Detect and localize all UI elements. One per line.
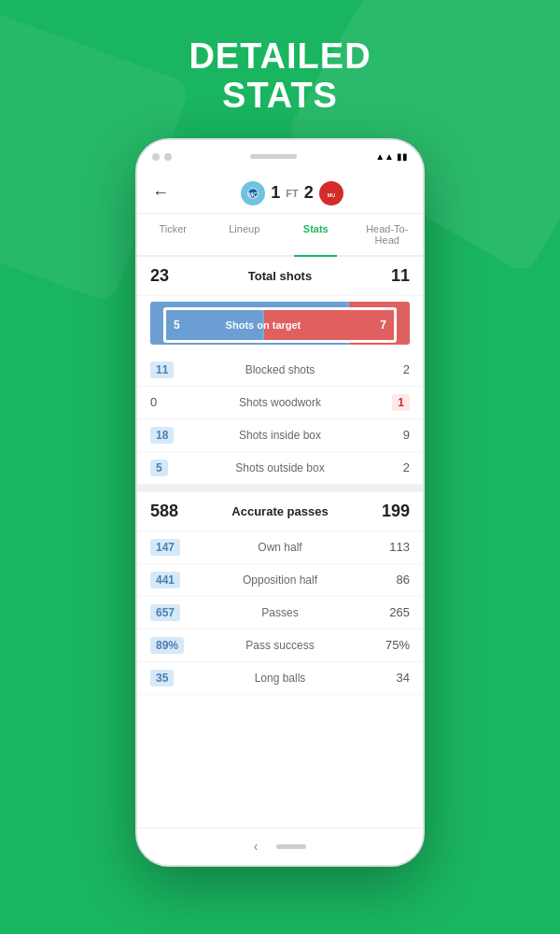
shots-inside-box-label: Shots inside box <box>197 429 363 442</box>
shots-inside-box-home: 18 <box>150 427 197 444</box>
pass-success-row: 89% Pass success 75% <box>137 630 423 662</box>
page-title: DETAILED STATS <box>189 37 371 116</box>
total-shots-away: 11 <box>354 266 410 286</box>
team-away-badge: MU <box>319 181 343 205</box>
own-half-label: Own half <box>197 541 363 554</box>
opposition-half-away: 86 <box>363 573 410 587</box>
phone-status: ▲▲ ▮▮ <box>375 151 408 162</box>
tabs-bar: Ticker Lineup Stats Head-To-Head <box>137 214 423 257</box>
shots-outside-box-row: 5 Shots outside box 2 <box>137 452 423 485</box>
total-shots-label: Total shots <box>206 269 354 283</box>
shots-woodwork-row: 0 Shots woodwork 1 <box>137 387 423 419</box>
nav-home-indicator <box>276 844 306 849</box>
blocked-shots-label: Blocked shots <box>197 363 363 376</box>
shots-inside-box-away: 9 <box>363 428 410 442</box>
blocked-shots-row: 11 Blocked shots 2 <box>137 354 423 387</box>
tab-stats[interactable]: Stats <box>280 214 352 255</box>
accurate-passes-label: Accurate passes <box>206 504 354 518</box>
own-half-row: 147 Own half 113 <box>137 531 423 564</box>
score-status: FT <box>286 188 298 199</box>
svg-text:MC: MC <box>248 191 258 197</box>
accurate-passes-home: 588 <box>150 502 206 521</box>
shots-woodwork-away: 1 <box>363 394 410 411</box>
phone-mockup: ▲▲ ▮▮ ← MC 1 FT 2 MU Ticker Lineup Stats… <box>135 138 425 867</box>
shots-outside-box-away: 2 <box>363 460 410 474</box>
shots-outside-box-label: Shots outside box <box>197 461 363 474</box>
shots-woodwork-home: 0 <box>150 395 197 409</box>
svg-text:MU: MU <box>328 191 335 197</box>
blocked-shots-home: 11 <box>150 361 197 378</box>
nav-back[interactable]: ‹ <box>254 839 259 854</box>
pass-success-label: Pass success <box>197 639 363 652</box>
passes-away: 265 <box>363 605 410 619</box>
blocked-shots-away: 2 <box>363 362 410 376</box>
phone-top-bar: ▲▲ ▮▮ <box>137 140 423 174</box>
opposition-half-label: Opposition half <box>197 573 363 587</box>
total-shots-row: 23 Total shots 11 <box>137 257 423 296</box>
long-balls-label: Long balls <box>197 672 363 685</box>
long-balls-row: 35 Long balls 34 <box>137 662 423 695</box>
score-home: 1 <box>271 183 280 203</box>
phone-speaker <box>250 154 297 159</box>
team-home-badge: MC <box>241 181 265 205</box>
battery-icon: ▮▮ <box>397 151 408 162</box>
pass-success-home: 89% <box>150 637 197 654</box>
opposition-half-home: 441 <box>150 572 197 588</box>
passes-home: 657 <box>150 604 197 621</box>
section-divider <box>137 485 423 492</box>
phone-cameras <box>152 153 172 161</box>
score-away: 2 <box>304 183 314 203</box>
on-target-label: Shots on target <box>226 319 301 331</box>
stats-content: 23 Total shots 11 7 Shots off target 2 <box>137 257 423 860</box>
shots-woodwork-label: Shots woodwork <box>197 396 363 409</box>
own-half-away: 113 <box>363 540 410 554</box>
pass-success-away: 75% <box>363 638 410 652</box>
own-half-home: 147 <box>150 539 197 556</box>
shots-inside-box-row: 18 Shots inside box 9 <box>137 419 423 452</box>
tab-ticker[interactable]: Ticker <box>137 214 209 255</box>
long-balls-home: 35 <box>150 670 197 686</box>
team-score: MC 1 FT 2 MU <box>176 181 408 205</box>
phone-bottom-nav: ‹ <box>137 828 423 865</box>
shots-on-target-bar: 5 Shots on target 7 <box>163 307 397 343</box>
shots-outside-box-home: 5 <box>150 460 197 476</box>
passes-row: 657 Passes 265 <box>137 597 423 630</box>
camera-right <box>164 153 172 161</box>
passes-label: Passes <box>197 606 363 619</box>
total-shots-home: 23 <box>150 266 206 286</box>
match-header: ← MC 1 FT 2 MU <box>137 174 423 214</box>
wifi-icon: ▲▲ <box>375 151 394 162</box>
tab-h2h[interactable]: Head-To-Head <box>352 214 424 255</box>
back-button[interactable]: ← <box>152 183 169 203</box>
accurate-passes-away: 199 <box>354 502 410 521</box>
camera-left <box>152 153 160 161</box>
opposition-half-row: 441 Opposition half 86 <box>137 564 423 597</box>
long-balls-away: 34 <box>363 671 410 685</box>
tab-lineup[interactable]: Lineup <box>209 214 281 255</box>
accurate-passes-row: 588 Accurate passes 199 <box>137 492 423 531</box>
shots-visual: 7 Shots off target 2 5 Shots on target <box>137 296 423 354</box>
on-target-home-num: 5 <box>174 318 180 332</box>
on-target-away-num: 7 <box>380 318 386 332</box>
